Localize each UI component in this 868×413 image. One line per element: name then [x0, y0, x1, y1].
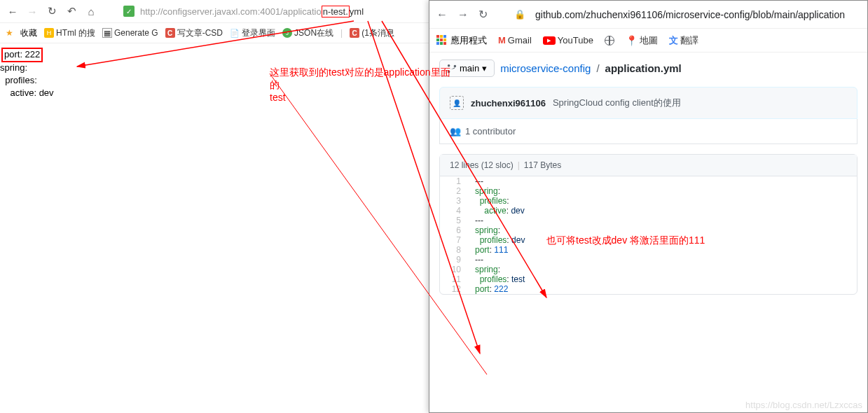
breadcrumb-sep: / [596, 62, 599, 74]
back-icon[interactable]: ← [6, 4, 20, 18]
gmail-icon: M [498, 35, 506, 46]
bookmark-bar: ★ 收藏 HHTml 的搜 ▦Generate G C写文章-CSD 📄登录界面… [0, 22, 429, 43]
code-line: 4 active: dev [440, 206, 857, 216]
file-name: application.yml [605, 62, 682, 74]
grid-icon: ▦ [102, 28, 112, 38]
right-url[interactable]: github.com/zhuchenxi961106/microservice-… [535, 9, 860, 20]
bm-csd[interactable]: C写文章-CSD [165, 27, 223, 39]
port-highlight: port: 222 [1, 48, 43, 62]
code-line: 5--- [440, 216, 857, 225]
people-icon: 👥 [450, 126, 461, 136]
chevron-down-icon: ▾ [482, 63, 487, 74]
home-icon[interactable]: ⌂ [84, 4, 98, 18]
youtube-icon: ▶ [543, 36, 556, 45]
code-line: 3 profiles: [440, 196, 857, 206]
contributors-count[interactable]: 1 contributor [465, 126, 516, 136]
divider: | [340, 28, 343, 38]
code-line: 9--- [440, 255, 857, 265]
fav-label[interactable]: 收藏 [20, 27, 37, 39]
apps-icon [436, 35, 448, 46]
reload-icon[interactable]: ↻ [478, 8, 488, 21]
undo-icon[interactable]: ↶ [64, 4, 78, 18]
back-icon[interactable]: ← [436, 8, 448, 21]
code-line: 2spring: [440, 186, 857, 196]
file-header: 12 lines (12 sloc)|117 Bytes [440, 155, 857, 176]
globe-icon [605, 36, 614, 46]
bm-html[interactable]: HHTml 的搜 [44, 27, 95, 39]
annotation-left: 这里获取到的test对应的是application里面的 test [270, 66, 452, 104]
html-icon: H [44, 28, 54, 38]
avatar[interactable]: 👤 [450, 96, 464, 110]
reload-icon[interactable]: ↻ [45, 4, 59, 18]
bm-maps[interactable]: 📍地圖 [626, 34, 658, 47]
right-nav: ← → ↻ 🔒 github.com/zhuchenxi961106/micro… [429, 1, 867, 29]
right-browser-window: ← → ↻ 🔒 github.com/zhuchenxi961106/micro… [429, 0, 868, 413]
bm-youtube[interactable]: ▶YouTube [543, 35, 593, 46]
file-lines: 12 lines (12 sloc) [450, 160, 514, 170]
file-viewer: 12 lines (12 sloc)|117 Bytes 1---2spring… [439, 154, 857, 295]
github-content: main ▾ microservice-config / application… [429, 52, 867, 302]
url-highlight: n-test. [322, 6, 350, 18]
c-icon: C [165, 28, 175, 38]
repo-link[interactable]: microservice-config [500, 62, 591, 74]
code-line: 11 profiles: test [440, 274, 857, 284]
contributors-box: 👥 1 contributor [439, 119, 857, 144]
pin-icon: 📍 [626, 35, 638, 46]
url-host: http://configserver.javaxl.com:4001/appl… [140, 6, 322, 17]
commit-box: 👤 zhuchenxi961106 SpringCloud config cli… [439, 87, 857, 119]
bm-generate[interactable]: ▦Generate G [102, 28, 158, 38]
lock-icon: 🔒 [514, 9, 525, 20]
url-bar[interactable]: http://configserver.javaxl.com:4001/appl… [140, 6, 364, 17]
right-bookmark-bar: 應用程式 MGmail ▶YouTube 📍地圖 文翻譯 [429, 29, 867, 52]
commit-author[interactable]: zhuchenxi961106 [471, 98, 546, 108]
watermark: https://blog.csdn.net/Lzxccas [745, 400, 862, 410]
code-line: 12port: 222 [440, 284, 857, 294]
bm-translate[interactable]: 文翻譯 [669, 34, 698, 47]
bm-json[interactable]: JJSON在线 [282, 27, 333, 39]
annotation-right: 也可将test改成dev 将激活里面的111 [546, 234, 705, 246]
json-icon: J [282, 28, 292, 38]
forward-icon[interactable]: → [25, 4, 39, 18]
breadcrumb: main ▾ microservice-config / application… [439, 59, 857, 77]
forward-icon[interactable]: → [457, 8, 469, 21]
page-icon: 📄 [230, 28, 240, 38]
apps-button[interactable]: 應用程式 [436, 34, 487, 47]
translate-icon: 文 [669, 34, 678, 47]
bm-gmail[interactable]: MGmail [498, 35, 532, 46]
commit-message[interactable]: SpringCloud config client的使用 [553, 97, 681, 109]
star-icon[interactable]: ★ [6, 28, 13, 38]
c-icon-2: C [350, 28, 359, 38]
bm-web[interactable] [605, 36, 614, 46]
code-line: 1--- [440, 176, 857, 186]
bm-login[interactable]: 📄登录界面 [230, 27, 275, 39]
bm-msg[interactable]: C(1条消息 [350, 27, 394, 39]
shield-icon: ✓ [123, 6, 135, 17]
code-line: 10spring: [440, 265, 857, 274]
url-tail: yml [350, 6, 364, 17]
left-browser-window: ← → ↻ ↶ ⌂ ✓ http://configserver.javaxl.c… [0, 0, 429, 413]
file-bytes: 117 Bytes [524, 160, 561, 170]
nav-toolbar: ← → ↻ ↶ ⌂ ✓ http://configserver.javaxl.c… [0, 0, 429, 22]
